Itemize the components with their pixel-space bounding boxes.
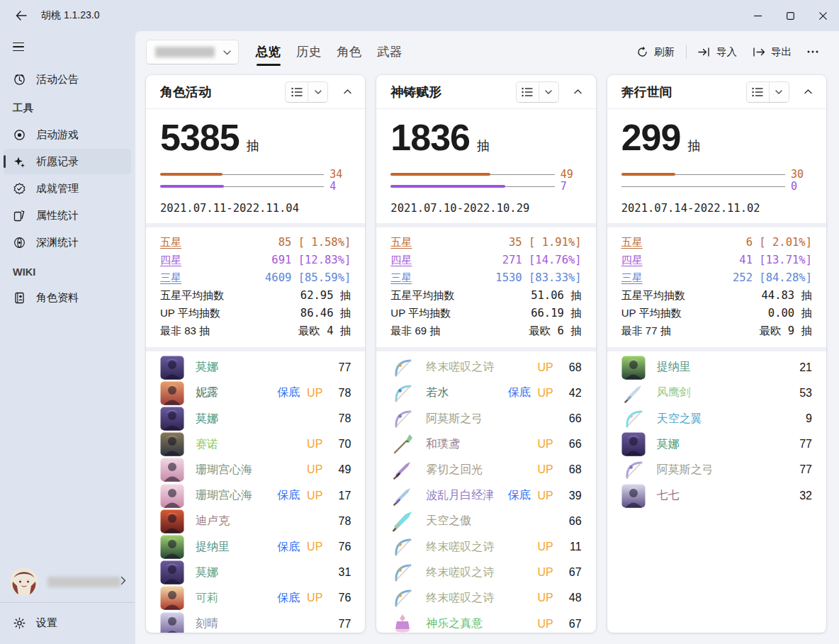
stat-label: 五星 bbox=[390, 236, 412, 249]
stat-row: 五星平均抽数51.06 抽 bbox=[390, 287, 581, 305]
pity-track bbox=[390, 185, 554, 188]
sidebar-item-label: 启动游戏 bbox=[36, 128, 79, 142]
stats-section: 五星85 [ 1.58%]四星691 [12.83%]三星4609 [85.59… bbox=[146, 227, 365, 347]
stat-value: 271 [14.76%] bbox=[502, 254, 582, 266]
stat-label: UP 平均抽数 bbox=[621, 307, 682, 320]
pity-count: 0 bbox=[791, 180, 812, 193]
more-icon bbox=[807, 50, 818, 53]
up-badge: UP bbox=[537, 361, 553, 374]
stat-label: 四星 bbox=[160, 254, 181, 267]
item-name: 终末嗟叹之诗 bbox=[426, 360, 494, 375]
item-name: 天空之翼 bbox=[657, 412, 702, 426]
import-label: 导入 bbox=[716, 45, 737, 59]
up-badge: UP bbox=[307, 387, 322, 400]
item-pull-count: 31 bbox=[332, 566, 351, 579]
more-button[interactable] bbox=[799, 40, 826, 64]
sidebar-item-abyss-stats[interactable]: 深渊统计 bbox=[4, 230, 131, 255]
stat-value: 44.83 抽 bbox=[761, 288, 812, 303]
list-item: 珊瑚宫心海UP49 bbox=[160, 457, 351, 482]
list-item: 莫娜77 bbox=[621, 431, 812, 457]
chevron-up-icon bbox=[574, 89, 582, 94]
refresh-icon bbox=[637, 47, 648, 57]
stat-row: 三星4609 [85.59%] bbox=[160, 269, 351, 287]
character-avatar-icon bbox=[160, 458, 184, 482]
back-button[interactable] bbox=[10, 5, 33, 26]
sidebar-item-property-stats[interactable]: 属性统计 bbox=[4, 203, 131, 228]
list-item: 阿莫斯之弓77 bbox=[621, 457, 812, 482]
list-mode-dropdown-button[interactable] bbox=[308, 82, 327, 102]
up-badge: UP bbox=[537, 618, 553, 631]
total-pulls-unit: 抽 bbox=[687, 139, 700, 153]
sidebar-item-wish-records[interactable]: 祈愿记录 bbox=[4, 149, 131, 174]
stat-row: 四星271 [14.76%] bbox=[390, 252, 581, 269]
list-item: 妮露保底UP78 bbox=[160, 380, 351, 406]
four-star-pity-row: 7 bbox=[390, 181, 581, 193]
pity-fill-bar bbox=[160, 173, 223, 176]
stats-section: 五星35 [ 1.91%]四星271 [14.76%]三星1530 [83.33… bbox=[376, 227, 595, 347]
item-name: 终末嗟叹之诗 bbox=[426, 591, 494, 606]
pity-progress-group: 344 bbox=[160, 169, 351, 193]
weapon-bow-icon bbox=[390, 381, 415, 405]
item-pull-count: 77 bbox=[332, 618, 351, 631]
five-star-item-list: 终末嗟叹之诗UP68若水保底UP42阿莫斯之弓66和璞鸢UP66雾切之回光UP6… bbox=[376, 351, 595, 633]
item-name: 提纳里 bbox=[657, 360, 691, 375]
list-item: 莫娜78 bbox=[160, 406, 351, 431]
stat-value: 最欧 6 抽 bbox=[529, 324, 582, 339]
maximize-button[interactable] bbox=[774, 0, 806, 31]
item-pull-count: 53 bbox=[794, 387, 812, 400]
export-label: 导出 bbox=[771, 45, 792, 59]
card-title: 角色活动 bbox=[160, 84, 211, 101]
list-view-button[interactable] bbox=[747, 82, 770, 102]
sidebar-item-label: 成就管理 bbox=[36, 182, 79, 196]
list-mode-dropdown-button[interactable] bbox=[770, 82, 789, 102]
item-name: 珊瑚宫心海 bbox=[196, 488, 252, 503]
up-badge: UP bbox=[537, 592, 553, 604]
list-mode-dropdown-button[interactable] bbox=[539, 82, 558, 102]
tab-overview[interactable]: 总览 bbox=[248, 37, 288, 67]
weapon-claymore-icon bbox=[390, 509, 415, 533]
stat-row: 四星41 [13.71%] bbox=[621, 252, 812, 269]
minimize-button[interactable] bbox=[741, 0, 774, 31]
sidebar-item-announcements[interactable]: 活动公告 bbox=[4, 67, 131, 92]
list-view-button[interactable] bbox=[517, 82, 539, 102]
sidebar-item-achievements[interactable]: 成就管理 bbox=[4, 176, 131, 201]
tab-weapons[interactable]: 武器 bbox=[369, 37, 410, 67]
sidebar-item-settings[interactable]: 设置 bbox=[4, 607, 131, 638]
list-item: 阿莫斯之弓66 bbox=[390, 406, 581, 431]
list-item: 终末嗟叹之诗UP11 bbox=[390, 534, 581, 560]
weapon-polearm-icon bbox=[390, 432, 415, 456]
guarantee-badge: 保底 bbox=[277, 591, 300, 606]
uid-selector[interactable] bbox=[146, 40, 239, 64]
stat-value: 最欧 9 抽 bbox=[759, 324, 812, 339]
list-view-button[interactable] bbox=[286, 82, 308, 102]
tab-history[interactable]: 历史 bbox=[288, 37, 329, 67]
nav-menu-button[interactable] bbox=[7, 35, 33, 58]
sidebar-item-launch-game[interactable]: 启动游戏 bbox=[4, 122, 131, 147]
guarantee-badge: 保底 bbox=[507, 385, 530, 400]
list-item: 赛诺UP70 bbox=[160, 431, 351, 457]
guarantee-badge: 保底 bbox=[507, 488, 530, 503]
uid-redacted-value bbox=[155, 47, 215, 57]
stat-row: 最非 77 抽最欧 9 抽 bbox=[621, 322, 812, 340]
sidebar-bottom: 设置 bbox=[0, 561, 135, 644]
tab-characters[interactable]: 角色 bbox=[329, 37, 369, 67]
collapse-card-button[interactable] bbox=[568, 81, 589, 103]
collapse-card-button[interactable] bbox=[337, 81, 358, 103]
import-button[interactable]: 导入 bbox=[690, 40, 745, 64]
collapse-card-button[interactable] bbox=[798, 81, 819, 103]
toolbar-actions: 刷新 导入 导出 bbox=[629, 40, 826, 64]
list-mode-split-button bbox=[285, 81, 328, 103]
five-star-item-list: 提纳里21风鹰剑53天空之翼9莫娜77阿莫斯之弓77七七32 bbox=[607, 351, 826, 633]
stat-row: 五星35 [ 1.91%] bbox=[390, 234, 581, 252]
card-header-buttons bbox=[285, 81, 358, 103]
close-button[interactable] bbox=[806, 0, 839, 31]
stat-row: 三星1530 [83.33%] bbox=[390, 269, 581, 287]
user-account-row[interactable] bbox=[0, 561, 135, 602]
wish-record-icon bbox=[13, 155, 26, 168]
refresh-button[interactable]: 刷新 bbox=[629, 40, 682, 64]
item-pull-count: 17 bbox=[332, 490, 351, 502]
export-button[interactable]: 导出 bbox=[745, 40, 799, 64]
stat-row: UP 平均抽数0.00 抽 bbox=[621, 305, 812, 322]
list-icon bbox=[291, 87, 303, 97]
sidebar-item-character-wiki[interactable]: 角色资料 bbox=[4, 285, 131, 310]
